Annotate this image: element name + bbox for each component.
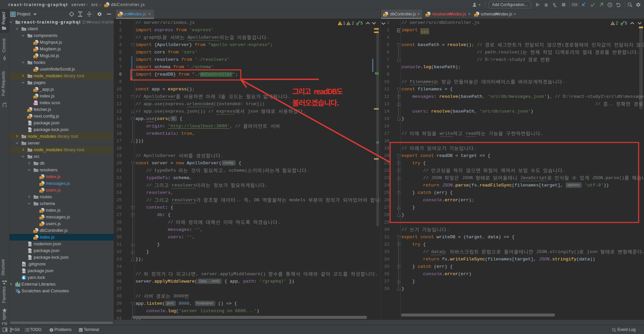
svg-text:JS: JS: [40, 210, 43, 213]
svg-text:JS: JS: [34, 42, 37, 45]
svg-text:SASS: SASS: [34, 103, 38, 105]
svg-text:JS: JS: [34, 96, 37, 98]
svg-text:JS: JS: [34, 56, 37, 58]
svg-text:JS: JS: [34, 89, 37, 92]
svg-text:JS: JS: [475, 14, 478, 16]
svg-text:JS: JS: [34, 49, 37, 51]
svg-text:JS: JS: [34, 69, 37, 72]
svg-text:JS: JS: [34, 231, 37, 233]
svg-text:JS: JS: [426, 14, 429, 16]
svg-text:JS: JS: [40, 217, 43, 219]
svg-text:JS: JS: [40, 183, 43, 186]
svg-text:JS: JS: [384, 14, 386, 16]
svg-text:JS: JS: [105, 5, 108, 7]
svg-text:JS: JS: [40, 224, 43, 226]
svg-text:JS: JS: [40, 190, 43, 193]
svg-text:JS: JS: [34, 237, 37, 240]
svg-text:JS: JS: [40, 177, 43, 179]
svg-text:JS: JS: [28, 110, 31, 112]
svg-text:JS: JS: [118, 14, 121, 16]
svg-text:JS: JS: [28, 116, 31, 119]
